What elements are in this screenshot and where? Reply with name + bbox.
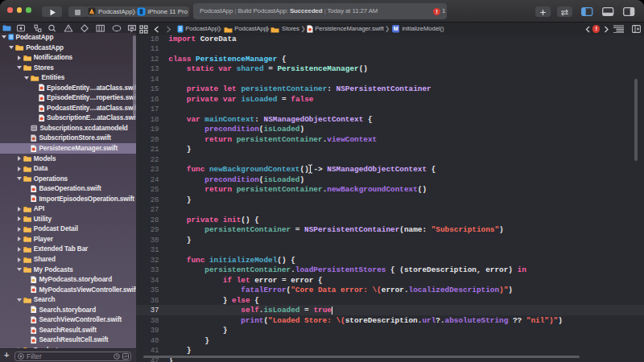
svg-text:M: M (394, 27, 398, 32)
